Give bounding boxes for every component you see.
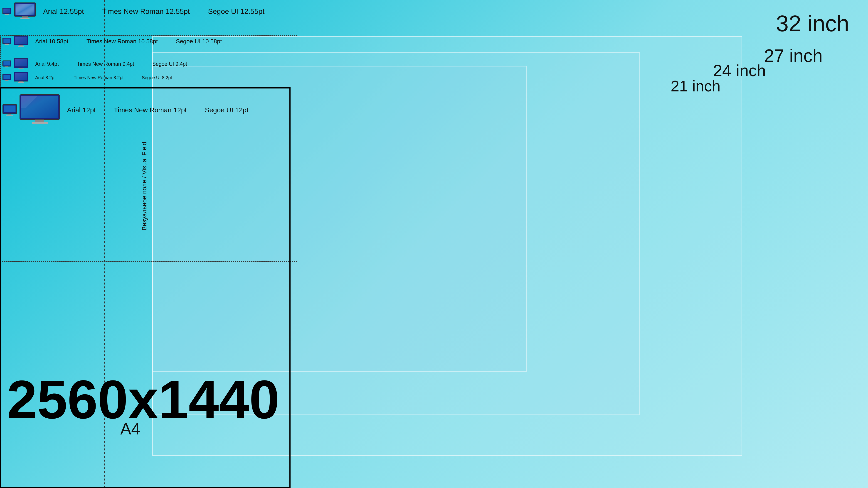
svg-rect-25 — [15, 59, 27, 66]
monitor-icon-small-2 — [13, 35, 28, 47]
font-label-arial-row3: Arial 9.4pt — [35, 61, 59, 67]
monitor-icon-small-3 — [13, 58, 28, 70]
svg-rect-45 — [35, 120, 44, 122]
monitor-row-5: Arial 12pt Times New Roman 12pt Segoe UI… — [2, 94, 248, 126]
monitor-icon-tiny-2 — [2, 37, 11, 45]
monitor-row-1: Arial 12.55pt Times New Roman 12.55pt Se… — [2, 2, 265, 21]
label-21inch: 21 inch — [671, 77, 720, 95]
font-label-tnr-row2: Times New Roman 10.58pt — [87, 38, 158, 45]
font-labels-row5: Arial 12pt Times New Roman 12pt Segoe UI… — [67, 106, 248, 114]
svg-rect-38 — [4, 105, 16, 112]
monitor-icon-tiny — [2, 7, 11, 15]
monitor-row-3: Arial 9.4pt Times New Roman 9.4pt Segoe … — [2, 58, 187, 70]
font-label-segoe-row2: Segoe UI 10.58pt — [176, 38, 222, 45]
svg-rect-27 — [18, 68, 24, 69]
svg-rect-8 — [22, 17, 28, 18]
label-27inch: 27 inch — [764, 45, 823, 66]
font-label-tnr-row5: Times New Roman 12pt — [114, 106, 187, 114]
font-label-arial-row2: Arial 10.58pt — [35, 38, 68, 45]
svg-rect-40 — [6, 115, 13, 116]
font-labels-row1: Arial 12.55pt Times New Roman 12.55pt Se… — [43, 7, 265, 15]
font-label-tnr-row3: Times New Roman 9.4pt — [77, 61, 134, 67]
monitor-icon-tiny-4 — [2, 74, 11, 82]
svg-rect-36 — [18, 82, 24, 83]
monitor-icon-small-5 — [2, 104, 17, 117]
svg-rect-2 — [3, 8, 10, 13]
monitor-icon-small-4 — [13, 71, 28, 84]
svg-rect-46 — [32, 122, 48, 124]
svg-rect-21 — [5, 66, 8, 67]
svg-rect-16 — [15, 37, 27, 44]
label-32inch: 32 inch — [776, 10, 849, 36]
font-label-tnr-row4: Times New Roman 8.2pt — [74, 75, 123, 80]
font-label-tnr-row1: Times New Roman 12.55pt — [102, 7, 190, 15]
monitor-row-4: Arial 8.2pt Times New Roman 8.2pt Segoe … — [2, 71, 172, 84]
monitor-icon-xlarge-5 — [19, 94, 60, 126]
label-24inch: 24 inch — [713, 61, 766, 80]
svg-rect-31 — [4, 80, 9, 81]
font-label-segoe-row1: Segoe UI 12.55pt — [208, 7, 265, 15]
svg-rect-20 — [3, 61, 10, 66]
font-label-segoe-row4: Segoe UI 8.2pt — [142, 75, 172, 80]
svg-rect-11 — [3, 39, 10, 43]
monitor-icon-medium — [13, 2, 36, 21]
font-label-arial-row1: Arial 12.55pt — [43, 7, 84, 15]
font-labels-row4: Arial 8.2pt Times New Roman 8.2pt Segoe … — [35, 75, 172, 80]
svg-rect-4 — [4, 14, 9, 15]
font-label-arial-row5: Arial 12pt — [67, 106, 96, 114]
svg-rect-17 — [19, 45, 23, 46]
font-label-segoe-row5: Segoe UI 12pt — [205, 106, 248, 114]
svg-rect-26 — [19, 68, 23, 69]
font-labels-row2: Arial 10.58pt Times New Roman 10.58pt Se… — [35, 38, 222, 45]
monitor-row-2: Arial 10.58pt Times New Roman 10.58pt Se… — [2, 35, 222, 47]
svg-rect-30 — [5, 80, 8, 81]
svg-rect-3 — [5, 13, 8, 14]
monitor-icon-tiny-3 — [2, 60, 11, 68]
main-area: 32 inch 27 inch 24 inch 21 inch 2560x144… — [0, 0, 868, 488]
a4-label: A4 — [120, 420, 140, 438]
svg-rect-29 — [3, 75, 10, 79]
svg-rect-12 — [5, 44, 8, 44]
svg-rect-18 — [18, 46, 24, 46]
svg-rect-13 — [4, 44, 9, 45]
svg-rect-39 — [7, 113, 11, 115]
svg-rect-35 — [19, 82, 23, 83]
font-label-segoe-row3: Segoe UI 9.4pt — [152, 61, 187, 67]
svg-rect-9 — [21, 18, 30, 19]
svg-rect-7 — [16, 4, 34, 15]
font-label-arial-row4: Arial 8.2pt — [35, 75, 56, 80]
resolution-label: 2560x1440 — [7, 372, 279, 427]
font-labels-row3: Arial 9.4pt Times New Roman 9.4pt Segoe … — [35, 61, 187, 67]
svg-rect-22 — [4, 67, 9, 67]
svg-rect-34 — [15, 73, 27, 80]
